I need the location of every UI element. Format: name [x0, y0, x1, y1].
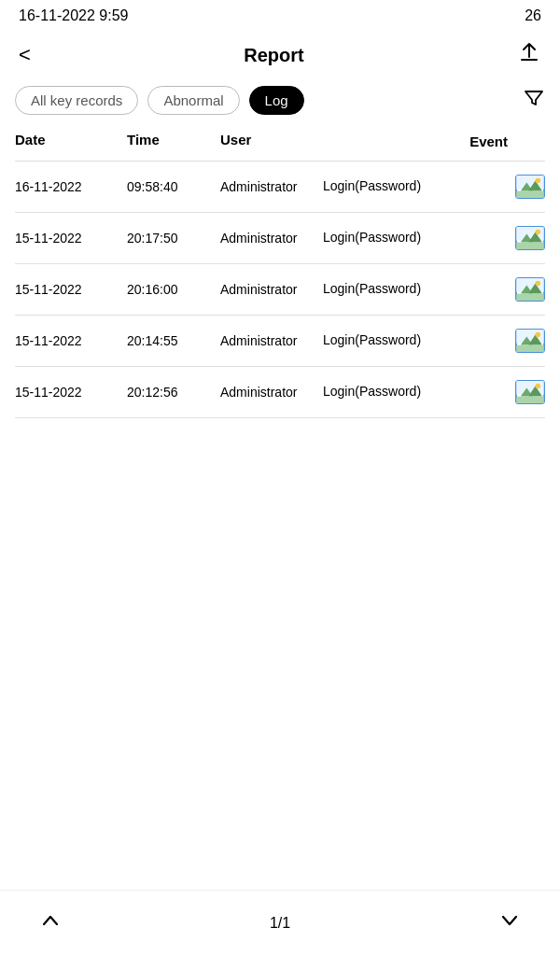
- cell-user: Administrator: [220, 333, 323, 348]
- table-row: 16-11-2022 09:58:40 Administrator Login(…: [15, 162, 545, 213]
- cell-event: Login(Password): [323, 280, 508, 299]
- table-row: 15-11-2022 20:17:50 Administrator Login(…: [15, 213, 545, 264]
- cell-date: 15-11-2022: [15, 231, 127, 246]
- header: < Report: [0, 32, 560, 78]
- image-icon[interactable]: [515, 175, 545, 199]
- filter-log[interactable]: Log: [249, 86, 304, 115]
- image-icon[interactable]: [515, 277, 545, 302]
- filter-all-key-records[interactable]: All key records: [15, 86, 138, 115]
- table-container: Date Time User Event 16-11-2022 09:58:40…: [0, 122, 560, 418]
- cell-time: 20:12:56: [127, 385, 220, 400]
- cell-time: 20:16:00: [127, 282, 220, 297]
- image-icon[interactable]: [515, 226, 545, 250]
- header-date: Date: [15, 132, 127, 151]
- header-user: User: [220, 132, 323, 151]
- svg-point-6: [536, 178, 541, 184]
- status-battery: 26: [525, 7, 541, 24]
- table-header: Date Time User Event: [15, 122, 545, 162]
- pagination: 1/1: [0, 890, 560, 956]
- cell-time: 20:17:50: [127, 231, 220, 246]
- header-time: Time: [127, 132, 220, 151]
- svg-rect-5: [516, 191, 544, 198]
- cell-event: Login(Password): [323, 229, 508, 247]
- cell-date: 15-11-2022: [15, 282, 127, 297]
- page-title: Report: [244, 45, 303, 66]
- cell-user: Administrator: [220, 385, 323, 400]
- filter-abnormal[interactable]: Abnormal: [147, 86, 239, 115]
- svg-rect-12: [516, 243, 544, 249]
- svg-point-20: [536, 281, 541, 287]
- cell-image[interactable]: [508, 175, 545, 199]
- svg-point-27: [536, 332, 541, 338]
- svg-rect-19: [516, 294, 544, 301]
- table-row: 15-11-2022 20:14:55 Administrator Login(…: [15, 316, 545, 367]
- cell-image[interactable]: [508, 226, 545, 250]
- svg-point-34: [536, 384, 541, 389]
- cell-user: Administrator: [220, 282, 323, 297]
- svg-point-13: [536, 230, 541, 235]
- status-bar: 16-11-2022 9:59 26: [0, 0, 560, 32]
- filter-row: All key records Abnormal Log: [0, 78, 560, 122]
- cell-date: 15-11-2022: [15, 333, 127, 348]
- cell-time: 20:14:55: [127, 333, 220, 348]
- page-info: 1/1: [270, 915, 290, 932]
- cell-user: Administrator: [220, 179, 323, 194]
- cell-image[interactable]: [508, 380, 545, 404]
- svg-rect-26: [516, 345, 544, 352]
- table-rows: 16-11-2022 09:58:40 Administrator Login(…: [15, 162, 545, 418]
- cell-image[interactable]: [508, 329, 545, 353]
- table-row: 15-11-2022 20:12:56 Administrator Login(…: [15, 367, 545, 418]
- back-button[interactable]: <: [19, 45, 31, 65]
- header-img: [508, 132, 545, 151]
- filter-funnel-button[interactable]: [523, 87, 545, 115]
- header-event: Event: [323, 132, 508, 151]
- status-time: 16-11-2022 9:59: [19, 7, 128, 24]
- cell-event: Login(Password): [323, 383, 508, 401]
- cell-date: 15-11-2022: [15, 385, 127, 400]
- cell-event: Login(Password): [323, 177, 508, 196]
- page-up-button[interactable]: [37, 907, 63, 939]
- cell-time: 09:58:40: [127, 179, 220, 194]
- cell-user: Administrator: [220, 231, 323, 246]
- cell-event: Login(Password): [323, 331, 508, 350]
- page-down-button[interactable]: [497, 907, 523, 939]
- image-icon[interactable]: [515, 329, 545, 353]
- cell-date: 16-11-2022: [15, 179, 127, 194]
- share-button[interactable]: [517, 41, 541, 69]
- image-icon[interactable]: [515, 380, 545, 404]
- table-row: 15-11-2022 20:16:00 Administrator Login(…: [15, 264, 545, 316]
- cell-image[interactable]: [508, 277, 545, 302]
- svg-rect-33: [516, 397, 544, 403]
